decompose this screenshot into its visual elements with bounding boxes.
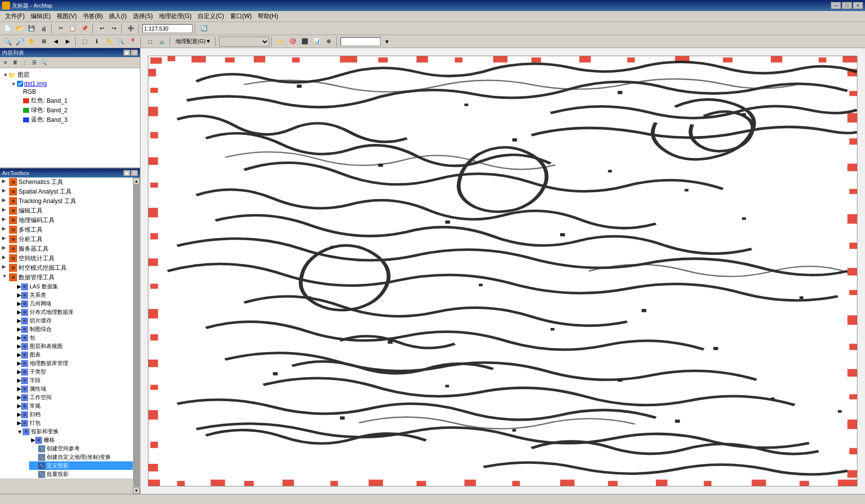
subsub-batch-projection[interactable]: 🔧 批量投影 (29, 470, 133, 478)
menu-bookmarks[interactable]: 书签(B) (80, 11, 106, 22)
toolbox-item-schematics[interactable]: ▶ ⚙ Schematics 工具 (0, 178, 133, 187)
menu-view[interactable]: 视图(V) (54, 11, 80, 22)
measure-button[interactable]: 📏 (103, 36, 114, 47)
pan-button[interactable]: ✋ (26, 36, 37, 47)
refresh-button[interactable]: 🔄 (199, 23, 210, 34)
map-canvas (148, 56, 857, 486)
scroll-up-button[interactable]: ▲ (133, 178, 140, 185)
subsub-raster[interactable]: ▶ ⚙ 栅格 (29, 436, 133, 444)
maximize-button[interactable]: □ (842, 2, 852, 9)
sub-general[interactable]: ▶ ⚙ 常规 (15, 402, 133, 410)
sub-relations[interactable]: ▶ ⚙ 关系类 (15, 291, 133, 299)
sub-layerview[interactable]: ▶ ⚙ 图层和表视图 (15, 342, 133, 351)
toc-close-button[interactable]: × (131, 50, 138, 56)
toolbox-item-spacetime[interactable]: ▶ ⚙ 时空模式挖掘工具 (0, 263, 133, 273)
toc-layers-root[interactable]: ▼ 📁 图层 (2, 70, 138, 80)
toc-list-btn2[interactable]: ≣ (11, 58, 20, 67)
toc-list-btn4[interactable]: ☰ (30, 58, 39, 67)
sub-tile[interactable]: ▶ ⚙ 切片缓存 (15, 316, 133, 325)
geo-btn5[interactable]: ⊕ (323, 36, 334, 47)
minimize-button[interactable]: — (831, 2, 841, 9)
select-button[interactable]: ⬚ (79, 36, 90, 47)
sub-pack[interactable]: ▶ ⚙ 打包 (15, 419, 133, 427)
toc-list-btn3[interactable]: ⋮ (20, 58, 29, 67)
toolbox-item-tracking[interactable]: ▶ ⚙ Tracking Analyst 工具 (0, 197, 133, 206)
menu-window[interactable]: 窗口(W) (227, 11, 255, 22)
sub-geodbmgmt[interactable]: ▶ ⚙ 地理数据库管理 (15, 359, 133, 368)
save-button[interactable]: 💾 (26, 23, 37, 34)
undo-button[interactable]: ↩ (96, 23, 107, 34)
sub-field[interactable]: ▶ ⚙ 字段 (15, 376, 133, 385)
layer-visibility-check[interactable] (17, 81, 23, 87)
sub-geonet[interactable]: ▶ ⚙ 几何网络 (15, 299, 133, 308)
sub-domain[interactable]: ▶ ⚙ 属性域 (15, 385, 133, 393)
magnifier-button[interactable]: 🔬 (156, 36, 167, 47)
zoom-out-button[interactable]: 🔎 (14, 36, 25, 47)
goto-button[interactable]: 📍 (127, 36, 138, 47)
menu-edit[interactable]: 编辑(E) (28, 11, 54, 22)
new-button[interactable]: 📄 (2, 23, 13, 34)
toolbox-scrollbar[interactable]: ▲ ▼ (133, 178, 140, 494)
toolbox-item-spatial[interactable]: ▶ ⚙ Spatial Analyst 工具 (0, 187, 133, 197)
sub-chart[interactable]: ▶ ⚙ 图表 (15, 351, 133, 359)
zoom-in-button[interactable]: 🔍 (2, 36, 13, 47)
overview-button[interactable]: □ (144, 36, 155, 47)
find-button[interactable]: 🔍 (115, 36, 126, 47)
paste-button[interactable]: 📌 (79, 23, 90, 34)
identify-button[interactable]: ℹ (91, 36, 102, 47)
toc-float-button[interactable]: ▣ (123, 50, 130, 56)
menu-select[interactable]: 选择(S) (130, 11, 156, 22)
subsub-define-projection[interactable]: 🔧 定义投影 (29, 461, 133, 470)
toolbox-close-button[interactable]: × (131, 170, 138, 176)
menu-file[interactable]: 文件(F) (2, 11, 28, 22)
toolbox-item-edit[interactable]: ▶ ⚙ 编辑工具 (0, 206, 133, 216)
geo-btn1[interactable]: ⚡ (275, 36, 286, 47)
open-button[interactable]: 📂 (14, 23, 25, 34)
sub-package[interactable]: ▶ ⚙ 包 (15, 333, 133, 342)
cut-button[interactable]: ✂ (55, 23, 66, 34)
toolbox-item-multidim[interactable]: ▶ ⚙ 多维工具 (0, 225, 133, 235)
toolbox-item-spatial-stats[interactable]: ▶ ⚙ 空间统计工具 (0, 254, 133, 263)
menu-customize[interactable]: 自定义(C) (195, 11, 227, 22)
toolbox-item-geocode[interactable]: ▶ ⚙ 地理编码工具 (0, 216, 133, 225)
add-data-button[interactable]: ➕ (125, 23, 136, 34)
map-area[interactable] (140, 48, 865, 494)
geo-btn2[interactable]: 🎯 (287, 36, 298, 47)
sub-archive[interactable]: ▶ ⚙ 归档 (15, 410, 133, 419)
sub-carto[interactable]: ▶ ⚙ 制图综合 (15, 325, 133, 333)
next-extent-button[interactable]: ▶ (62, 36, 73, 47)
copy-button[interactable]: 📋 (67, 23, 78, 34)
toc-layer-dxt1[interactable]: ▼ dxt1.img (10, 80, 138, 88)
geo-btn3[interactable]: ⬛ (299, 36, 310, 47)
subsub-create-custom-geo[interactable]: 🔧 创建自定义地理(坐标)变换 (29, 453, 133, 461)
toc-list-btn1[interactable]: ≡ (1, 58, 10, 67)
coord-input[interactable] (340, 37, 381, 46)
menu-help[interactable]: 帮助(H) (255, 11, 281, 22)
scroll-thumb[interactable] (133, 185, 139, 486)
sub-las[interactable]: ▶ ⚙ LAS 数据集 (15, 282, 133, 291)
expand-layers[interactable]: ▼ (3, 72, 8, 78)
toolbox-item-server[interactable]: ▶ ⚙ 服务器工具 (0, 244, 133, 254)
geo-btn4[interactable]: 📊 (311, 36, 322, 47)
coord-btn[interactable]: ▼ (382, 36, 393, 47)
toc-search-btn[interactable]: 🔍 (39, 58, 48, 67)
close-button[interactable]: × (853, 2, 863, 9)
scroll-down-button[interactable]: ▼ (133, 487, 140, 494)
sub-workspace[interactable]: ▶ ⚙ 工作空间 (15, 393, 133, 402)
subsub-create-spatial-ref[interactable]: 🔧 创建空间参考 (29, 444, 133, 453)
sub-projection[interactable]: ▼ ⚙ 投影和变换 (15, 427, 133, 436)
scale-input[interactable] (142, 24, 193, 33)
print-button[interactable]: 🖨 (38, 23, 49, 34)
sub-distrib[interactable]: ▶ ⚙ 分布式地理数据库 (15, 308, 133, 316)
redo-button[interactable]: ↪ (108, 23, 119, 34)
toolbox-float-button[interactable]: ▣ (123, 170, 130, 176)
projection-dropdown[interactable] (219, 37, 269, 47)
menu-insert[interactable]: 插入(I) (106, 11, 129, 22)
menu-geoprocessing[interactable]: 地理处理(G) (156, 11, 195, 22)
sub-subtype[interactable]: ▶ ⚙ 子类型 (15, 368, 133, 376)
toolbox-item-analysis[interactable]: ▶ ⚙ 分析工具 (0, 235, 133, 244)
prev-extent-button[interactable]: ◀ (50, 36, 61, 47)
expand-dxt1[interactable]: ▼ (11, 81, 16, 87)
full-extent-button[interactable]: ⊞ (38, 36, 49, 47)
toolbox-item-datamgmt[interactable]: ▼ ⚙ 数据管理工具 (0, 273, 133, 282)
